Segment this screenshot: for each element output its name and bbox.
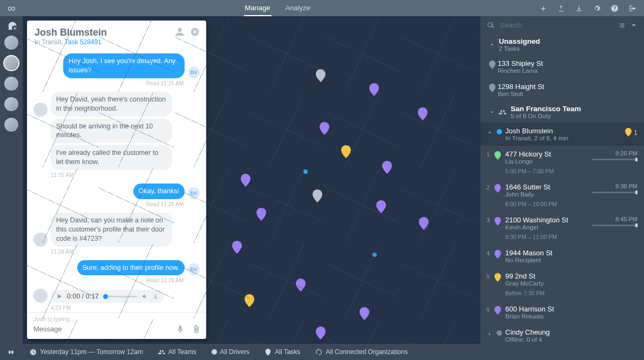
logout-icon[interactable] (628, 4, 636, 12)
map-pin[interactable] (241, 174, 250, 187)
close-icon[interactable] (190, 27, 200, 37)
map-pin[interactable] (296, 279, 306, 291)
pin-icon (494, 184, 501, 193)
map-pin[interactable] (316, 327, 326, 339)
typing-indicator: Josh is typing… (27, 313, 206, 324)
audio-message[interactable]: 0:00 / 0:17 (51, 290, 164, 303)
task-address: 133 Shipley St (498, 59, 638, 67)
warning-pin-icon (625, 128, 632, 137)
map-pin[interactable] (369, 83, 379, 96)
map-pin[interactable] (232, 241, 242, 254)
pin-icon (265, 349, 272, 356)
driver-row[interactable]: Josh Blumstein In Transit, 2 of 6, 4 min… (480, 123, 644, 146)
search-input[interactable] (499, 21, 614, 30)
task-progress (592, 192, 638, 193)
chat-panel: Josh Blumstein In Transit, Task 528491 H… (27, 21, 206, 339)
pin-icon (494, 151, 501, 160)
settings-icon[interactable] (593, 4, 601, 12)
task-number: 1 (486, 151, 490, 158)
map-pin[interactable] (320, 122, 329, 135)
download-icon[interactable] (575, 4, 583, 12)
status-teams[interactable]: All Teams (158, 348, 196, 356)
message-input[interactable] (32, 324, 168, 334)
driver-row[interactable]: Cindy Cheung Offline, 0 of 4 (480, 324, 644, 344)
chevron-down-icon[interactable] (630, 22, 638, 29)
status-bar: Yesterday 11pm — Tomorrow 12am All Teams… (0, 344, 644, 360)
chat-task-link[interactable]: Task 528491 (65, 38, 101, 46)
chevron-right-icon[interactable] (487, 331, 492, 337)
contact-avatar-1[interactable] (4, 36, 18, 50)
map-driver-dot[interactable] (302, 168, 309, 175)
play-icon[interactable] (56, 293, 63, 300)
task-row[interactable]: 133 Shipley St Rinchen Lama (480, 55, 644, 78)
avatar-icon (33, 233, 48, 247)
task-row[interactable]: 3 2100 Washington St Kevin Angel8:45 PM8… (480, 212, 644, 244)
pin-icon (489, 60, 496, 69)
chat-name: Josh Blumstein (35, 27, 199, 38)
chevron-down-icon[interactable] (489, 110, 494, 115)
task-recipient: Rinchen Lama (498, 67, 638, 74)
mic-icon[interactable] (176, 325, 185, 334)
task-recipient: Gray McCarty (505, 280, 638, 287)
msg-incoming: Should be arriving in the next 10 minute… (51, 119, 172, 144)
search-icon[interactable] (487, 22, 494, 29)
contact-avatar-3[interactable] (4, 77, 18, 91)
status-range[interactable]: Yesterday 11pm — Tomorrow 12am (30, 348, 143, 356)
map-pin[interactable] (316, 69, 326, 82)
map-pin[interactable] (245, 294, 254, 307)
task-row[interactable]: 1298 Haight St Ben Stott (480, 78, 644, 101)
contact-avatar-2[interactable] (4, 56, 18, 70)
task-progress (592, 225, 638, 226)
dot-icon (212, 349, 217, 355)
map-pin[interactable] (360, 307, 369, 320)
status-binoculars[interactable] (8, 349, 15, 356)
import-icon[interactable] (557, 4, 565, 12)
chevron-down-icon[interactable] (489, 42, 494, 47)
task-window: 5:00 PM – 7:00 PM (505, 168, 638, 174)
tab-manage[interactable]: Manage (244, 1, 272, 16)
attach-icon[interactable] (192, 325, 201, 334)
status-orgs[interactable]: All Connected Organizations (315, 348, 408, 356)
msg-meta: Read 11:25 AM (33, 80, 200, 86)
message-list: Hey Josh, I see you're delayed. Any issu… (27, 50, 206, 312)
status-tasks[interactable]: All Tasks (265, 348, 300, 356)
group-unassigned[interactable]: Unassigned 2 Tasks (480, 34, 644, 55)
driver-status-dot (497, 129, 502, 134)
group-team[interactable]: San Francisco Team 5 of 8 On Duty (480, 101, 644, 123)
contact-avatar-5[interactable] (4, 118, 18, 132)
help-icon[interactable] (611, 4, 619, 12)
map-area[interactable]: Josh Blumstein In Transit, Task 528491 H… (23, 16, 480, 344)
task-row[interactable]: 2 1646 Sutter St John Baily8:38 PM8:00 P… (480, 179, 644, 212)
task-window: Before 7:30 PM (505, 290, 638, 296)
team-icon (158, 349, 165, 356)
map-pin[interactable] (341, 145, 351, 158)
view-options-icon[interactable] (618, 22, 626, 29)
map-pin[interactable] (382, 161, 392, 174)
map-pin[interactable] (313, 189, 322, 202)
task-row[interactable]: 4 1944 Mason St No Recipient (480, 244, 644, 268)
group-subtitle: 2 Tasks (499, 45, 540, 52)
msg-outgoing: Hey Josh, I see you're delayed. Any issu… (63, 53, 185, 78)
map-pin[interactable] (256, 208, 266, 221)
chevron-down-icon[interactable] (487, 130, 492, 135)
download-audio-icon[interactable] (152, 293, 159, 300)
avatar-icon (33, 289, 48, 303)
map-pin[interactable] (418, 107, 428, 120)
add-icon[interactable] (539, 4, 547, 12)
status-drivers[interactable]: All Drivers (212, 348, 250, 356)
tab-analyze[interactable]: Analyze (284, 1, 311, 16)
contacts-rail (0, 16, 23, 344)
msg-meta: Read 11:26 AM (33, 201, 200, 207)
contact-avatar-4[interactable] (4, 97, 18, 111)
app-logo: ∞ (8, 2, 16, 15)
task-row[interactable]: 5 99 2nd St Gray McCartyBefore 7:30 PM (480, 268, 644, 301)
map-pin[interactable] (419, 217, 429, 230)
profile-icon[interactable] (175, 27, 185, 37)
task-row[interactable]: 1 477 Hickory St Lia Longo8:26 PM5:00 PM… (480, 146, 644, 179)
map-driver-dot[interactable] (371, 251, 378, 259)
new-chat-icon[interactable] (7, 21, 16, 29)
volume-icon[interactable] (141, 293, 148, 300)
task-row[interactable]: 6 600 Harrison St Brian Rekasis (480, 301, 644, 324)
driver-status: Offline, 0 of 4 (505, 336, 638, 343)
map-pin[interactable] (376, 200, 386, 213)
